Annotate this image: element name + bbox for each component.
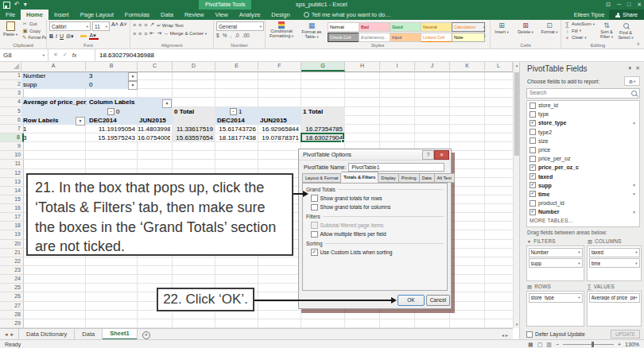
- font-name-select[interactable]: Calibri▾: [49, 21, 91, 31]
- cancel-button[interactable]: Cancel: [426, 295, 450, 306]
- gallery-down-icon[interactable]: ▾: [483, 29, 486, 33]
- ribbon-tab-formulas[interactable]: Formulas: [119, 10, 155, 20]
- field-checkbox-store_type[interactable]: [530, 120, 536, 126]
- grand-totals-rows-option[interactable]: Show grand totals for rows: [311, 195, 444, 202]
- row-header-5[interactable]: 5: [0, 107, 24, 116]
- chevron-down-icon[interactable]: ▾: [578, 261, 580, 265]
- row-header-1[interactable]: 1: [0, 72, 24, 80]
- style-chip-good[interactable]: Good: [390, 22, 423, 32]
- cell-e6[interactable]: DEC2014: [217, 116, 257, 125]
- chevron-down-icon[interactable]: ▾: [578, 250, 580, 254]
- number-format-select[interactable]: General▾: [216, 21, 264, 31]
- decrease-indent-icon[interactable]: ⇤: [149, 30, 154, 37]
- sort-filter-button[interactable]: ⇅Sort & Filter ▾: [598, 21, 615, 42]
- wrap-text-button[interactable]: ↵ Wrap Text: [157, 22, 184, 28]
- search-input[interactable]: [527, 89, 633, 96]
- format-painter-button[interactable]: ✎Format Painter: [21, 34, 45, 41]
- style-chip-calculation[interactable]: Calculation: [452, 22, 485, 32]
- cell-f8[interactable]: 19.07878371: [258, 133, 299, 142]
- field-checkbox-type2[interactable]: [530, 129, 536, 135]
- zoom-slider-thumb[interactable]: [592, 342, 594, 347]
- zoom-slider[interactable]: [563, 344, 614, 345]
- area-item-supp[interactable]: supp▾: [529, 258, 583, 268]
- row-header-15[interactable]: 15: [0, 195, 24, 204]
- user-name[interactable]: Eileen Tipoe: [574, 12, 605, 17]
- copy-button[interactable]: ▣Copy: [21, 28, 45, 35]
- enter-entry-icon[interactable]: ✓: [63, 52, 68, 58]
- close-icon[interactable]: ✕: [637, 0, 642, 10]
- horizontal-scrollbar[interactable]: ◂ ▸: [502, 329, 513, 340]
- conditional-formatting-button[interactable]: Conditional Formatting ▾: [267, 21, 296, 42]
- values-area[interactable]: Average of price_per_o...▾: [587, 291, 642, 327]
- filters-area[interactable]: Number▾supp▾: [526, 246, 584, 281]
- zoom-out-icon[interactable]: −: [556, 342, 559, 347]
- column-header-I[interactable]: I: [380, 61, 415, 71]
- cell-a2[interactable]: supp: [23, 80, 83, 89]
- field-row-time[interactable]: time▼: [527, 190, 639, 199]
- merge-center-button[interactable]: ↔ Merge & Center ▾: [164, 31, 207, 36]
- new-sheet-icon[interactable]: +: [142, 331, 150, 339]
- underline-button[interactable]: U: [60, 33, 64, 39]
- align-bottom-icon[interactable]: ≡: [144, 22, 147, 28]
- field-checkbox-Number[interactable]: [530, 209, 536, 215]
- field-row-price_per_oz[interactable]: price_per_oz: [527, 154, 639, 163]
- field-checkbox-size[interactable]: [530, 137, 536, 144]
- field-checkbox-price[interactable]: [530, 147, 536, 153]
- ribbon-tab-page-layout[interactable]: Page Layout: [75, 10, 119, 20]
- row-header-12[interactable]: 12: [0, 169, 24, 178]
- row-header-24[interactable]: 24: [0, 275, 24, 284]
- sheet-tab-data-dictionary[interactable]: Data Dictionary: [18, 329, 75, 340]
- field-row-taxed[interactable]: taxed: [527, 172, 639, 181]
- chevron-down-icon[interactable]: ▾: [635, 250, 637, 254]
- align-top-icon[interactable]: ≡: [133, 22, 136, 28]
- filter-icon-b1[interactable]: ▼: [128, 72, 138, 81]
- row-header-10[interactable]: 10: [0, 151, 24, 160]
- row-header-21[interactable]: 21: [0, 249, 24, 257]
- collapse-button-0[interactable]: -: [107, 108, 114, 115]
- cell-f6[interactable]: JUN2015: [260, 116, 300, 125]
- row-header-27[interactable]: 27: [0, 302, 24, 311]
- multiple-filters-option[interactable]: Allow multiple filters per field: [311, 231, 444, 238]
- cell-c8[interactable]: 16.07540065: [138, 133, 170, 142]
- style-chip-note[interactable]: Note: [452, 33, 485, 42]
- currency-icon[interactable]: $: [216, 33, 219, 38]
- ok-button[interactable]: OK: [398, 295, 425, 306]
- cell-e8[interactable]: 18.18177438: [215, 133, 256, 142]
- row-header-23[interactable]: 23: [0, 266, 24, 275]
- ribbon-tab-analyze[interactable]: Analyze: [234, 10, 266, 20]
- grand-totals-columns-checkbox[interactable]: [311, 204, 318, 211]
- dialog-tab-layout-format[interactable]: Layout & Format: [302, 173, 341, 183]
- style-chip-check-cell[interactable]: Check Cell: [328, 33, 361, 42]
- cell-b7[interactable]: 11.19195054: [86, 125, 135, 133]
- column-header-B[interactable]: B: [86, 61, 138, 71]
- more-tables-link[interactable]: MORE TABLES...: [527, 216, 639, 223]
- pivottable-name-input[interactable]: [348, 163, 444, 172]
- page-layout-view-icon[interactable]: ▢: [537, 342, 543, 348]
- field-checkbox-store_id[interactable]: [530, 102, 536, 109]
- area-item-average-of-price-per-o-[interactable]: Average of price_per_o...▾: [589, 293, 640, 303]
- custom-lists-checkbox[interactable]: [311, 249, 318, 256]
- ribbon-tab-home[interactable]: Home: [21, 10, 48, 20]
- cell-b8[interactable]: 15.19575243: [86, 133, 135, 142]
- row-header-25[interactable]: 25: [0, 284, 24, 292]
- row-header-28[interactable]: 28: [0, 311, 24, 319]
- format-as-table-button[interactable]: ▦ Format as Table ▾: [297, 21, 326, 42]
- share-button[interactable]: Share: [609, 10, 644, 20]
- ribbon-options-icon[interactable]: ⊡: [606, 0, 611, 10]
- cell-d8[interactable]: 15.63557654: [173, 133, 213, 142]
- field-checkbox-time[interactable]: [530, 191, 536, 197]
- area-item-time[interactable]: time▾: [589, 258, 640, 268]
- multiple-filters-checkbox[interactable]: [311, 231, 318, 238]
- cell-a4[interactable]: Average of price_per_oz_c: [23, 98, 87, 106]
- borders-icon[interactable]: ⊞▾: [66, 33, 76, 40]
- increase-indent-icon[interactable]: ⇥: [157, 30, 161, 37]
- column-header-E[interactable]: E: [215, 61, 258, 71]
- delete-cells-button[interactable]: ⊠Delete ▾: [515, 21, 536, 42]
- dialog-help-icon[interactable]: ?: [422, 150, 434, 160]
- row-header-14[interactable]: 14: [0, 187, 24, 195]
- decrease-decimal-icon[interactable]: .00: [242, 33, 250, 38]
- ribbon-tab-insert[interactable]: Insert: [48, 10, 75, 20]
- column-header-C[interactable]: C: [138, 61, 173, 71]
- cell-f7[interactable]: 16.92965844: [258, 125, 299, 133]
- column-header-A[interactable]: A: [21, 61, 86, 71]
